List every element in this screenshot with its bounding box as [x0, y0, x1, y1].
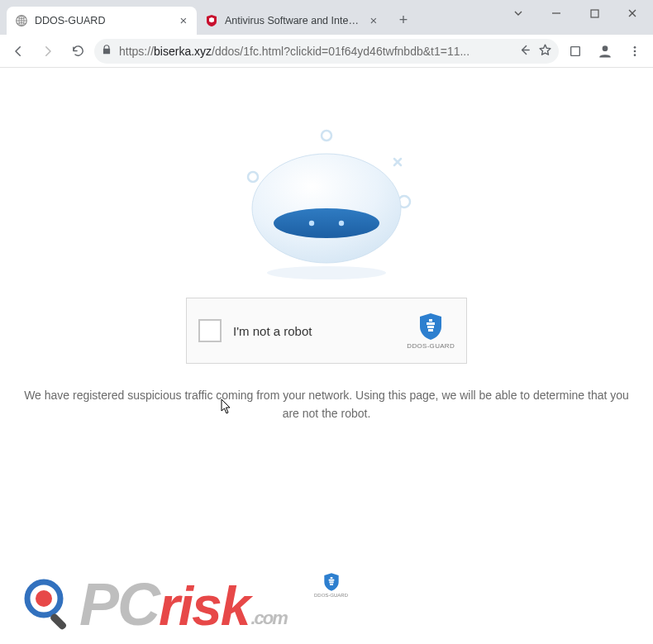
- svg-point-7: [603, 45, 608, 51]
- forward-button[interactable]: [35, 38, 61, 64]
- shield-icon: [323, 572, 340, 592]
- svg-rect-6: [571, 46, 580, 55]
- tabstrip: DDOS-GUARD × Antivirus Software and Inte…: [0, 5, 499, 35]
- magnifier-icon: [23, 578, 76, 631]
- address-bar[interactable]: https://biserka.xyz/ddos/1fc.html?clicki…: [94, 39, 559, 64]
- toolbar: https://biserka.xyz/ddos/1fc.html?clicki…: [0, 35, 653, 68]
- mini-shield-text: DDOS-GUARD: [314, 593, 348, 598]
- lock-icon: [101, 44, 112, 58]
- svg-rect-33: [50, 613, 68, 631]
- svg-point-20: [309, 221, 314, 226]
- page-content: I'm not a robot DDOS-GUARD We have regis…: [0, 68, 653, 644]
- svg-rect-24: [427, 326, 434, 328]
- robot-illustration: [0, 126, 653, 283]
- svg-rect-30: [330, 577, 332, 579]
- omnibox-actions: [517, 43, 552, 60]
- svg-point-21: [339, 221, 344, 226]
- close-window-button[interactable]: [613, 0, 651, 26]
- svg-point-32: [36, 590, 52, 607]
- chevron-down-icon[interactable]: [499, 0, 537, 26]
- watermark-text: PCrisk.com: [79, 575, 287, 634]
- extensions-button[interactable]: [562, 38, 589, 64]
- profile-button[interactable]: [592, 38, 618, 64]
- pcrisk-watermark: PCrisk.com: [23, 575, 287, 634]
- svg-rect-27: [330, 584, 333, 585]
- url-text: https://biserka.xyz/ddos/1fc.html?clicki…: [119, 45, 511, 58]
- captcha-label: I'm not a robot: [233, 324, 395, 338]
- info-text: We have registered suspicious traffic co…: [15, 387, 638, 422]
- globe-icon: [15, 14, 28, 27]
- svg-rect-3: [591, 10, 598, 17]
- svg-rect-25: [427, 322, 435, 325]
- window-controls: [499, 0, 651, 35]
- mcafee-icon: [205, 14, 218, 27]
- svg-point-9: [634, 50, 636, 52]
- tab-title: DDOS-GUARD: [35, 15, 170, 26]
- tab-antivirus[interactable]: Antivirus Software and Internet S ×: [197, 7, 387, 35]
- browser-titlebar: DDOS-GUARD × Antivirus Software and Inte…: [0, 0, 653, 35]
- mini-shield-badge: DDOS-GUARD: [314, 572, 348, 598]
- tab-title: Antivirus Software and Internet S: [225, 15, 360, 26]
- close-icon[interactable]: ×: [367, 14, 380, 27]
- captcha-checkbox[interactable]: [198, 319, 222, 342]
- svg-rect-29: [328, 580, 334, 581]
- svg-rect-26: [429, 319, 432, 322]
- maximize-button[interactable]: [575, 0, 613, 26]
- tab-ddos-guard[interactable]: DDOS-GUARD ×: [7, 7, 197, 35]
- captcha-brand-text: DDOS-GUARD: [407, 342, 455, 350]
- svg-point-11: [322, 131, 331, 141]
- minimize-button[interactable]: [537, 0, 575, 26]
- reload-button[interactable]: [64, 38, 91, 64]
- svg-rect-23: [428, 329, 433, 332]
- svg-point-19: [274, 208, 379, 238]
- close-icon[interactable]: ×: [177, 14, 190, 27]
- newtab-button[interactable]: +: [392, 8, 415, 31]
- svg-point-8: [634, 46, 636, 49]
- cursor-icon: [221, 398, 232, 415]
- captcha-widget: I'm not a robot DDOS-GUARD: [186, 298, 467, 364]
- shield-icon: [418, 312, 443, 341]
- svg-rect-28: [329, 581, 333, 583]
- captcha-brand: DDOS-GUARD: [407, 312, 455, 350]
- svg-point-12: [248, 172, 258, 182]
- share-icon[interactable]: [517, 43, 531, 60]
- back-button[interactable]: [5, 38, 31, 64]
- svg-point-22: [267, 266, 386, 279]
- svg-point-10: [634, 54, 636, 56]
- menu-button[interactable]: [622, 38, 648, 64]
- bookmark-icon[interactable]: [538, 43, 552, 60]
